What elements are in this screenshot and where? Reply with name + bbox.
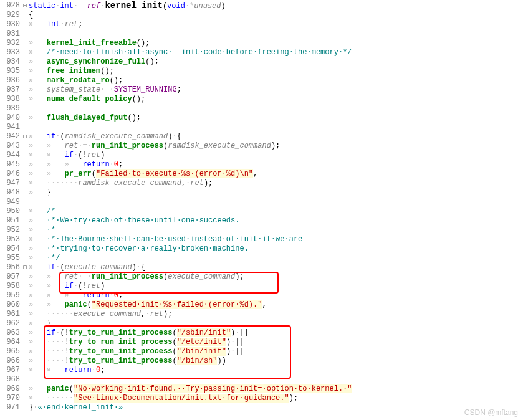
fold-marker <box>21 356 29 366</box>
code-content[interactable]: » ·*·trying·to·recover·a·really·broken·m… <box>29 244 523 254</box>
code-line[interactable]: 958» » if·(!ret) <box>0 282 523 291</box>
fold-marker <box>21 254 29 263</box>
fold-marker[interactable]: ⊟ <box>21 132 29 141</box>
code-line[interactable]: 970» ······"See·Linux·Documentation/init… <box>0 394 523 403</box>
code-line[interactable]: 936» mark_rodata_ro(); <box>0 76 523 85</box>
code-content[interactable]: » int·ret; <box>29 20 523 29</box>
code-line[interactable]: 962» } <box>0 319 523 328</box>
code-content[interactable]: » » » return·0; <box>29 291 523 300</box>
code-content[interactable]: » » ret·=·run_init_process(execute_comma… <box>29 272 523 282</box>
code-content[interactable]: }·«·end·kernel_init·» <box>29 403 523 413</box>
code-line[interactable]: 933» /*·need·to·finish·all·async·__init·… <box>0 48 523 57</box>
code-line[interactable]: 928⊟static·int·__ref·kernel_init(void·*u… <box>0 1 523 11</box>
code-line[interactable]: 951» ·*·We·try·each·of·these·until·one·s… <box>0 216 523 226</box>
code-line[interactable]: 938» numa_default_policy(); <box>0 95 523 104</box>
code-content[interactable]: » » » return·0; <box>29 160 523 169</box>
code-content[interactable]: » if·(!try_to_run_init_process("/sbin/in… <box>29 328 523 338</box>
code-line[interactable]: 941 <box>0 123 523 132</box>
code-content[interactable]: » » ret·=·run_init_process(ramdisk_execu… <box>29 141 523 151</box>
code-line[interactable]: 957» » ret·=·run_init_process(execute_co… <box>0 272 523 282</box>
code-line[interactable]: 946» » pr_err("Failed·to·execute·%s·(err… <box>0 169 523 179</box>
line-number: 970 <box>0 394 21 403</box>
code-line[interactable]: 948» } <box>0 188 523 198</box>
code-content[interactable] <box>29 29 523 39</box>
code-line[interactable]: 944» » if·(!ret) <box>0 151 523 160</box>
code-content[interactable]: » ······execute_command,·ret); <box>29 310 523 319</box>
code-line[interactable]: 954» ·*·trying·to·recover·a·really·broke… <box>0 244 523 254</box>
code-content[interactable]: » /*·need·to·finish·all·async·__init·cod… <box>29 48 523 57</box>
code-content[interactable]: » » pr_err("Failed·to·execute·%s·(error·… <box>29 169 523 179</box>
code-content[interactable]: { <box>29 11 523 20</box>
code-content[interactable]: » async_synchronize_full(); <box>29 57 523 67</box>
line-number: 941 <box>0 123 21 132</box>
code-line[interactable]: 934» async_synchronize_full(); <box>0 57 523 67</box>
code-content[interactable]: » » return·0; <box>29 366 523 375</box>
code-line[interactable]: 929{ <box>0 11 523 20</box>
code-content[interactable] <box>29 123 523 132</box>
code-line[interactable]: 945» » » return·0; <box>0 160 523 169</box>
code-content[interactable]: » ·*/ <box>29 254 523 263</box>
code-content[interactable]: » flush_delayed_fput(); <box>29 113 523 123</box>
code-line[interactable]: 960» » panic("Requested·init·%s·failed·(… <box>0 300 523 310</box>
code-line[interactable]: 931 <box>0 29 523 39</box>
fold-marker[interactable]: ⊟ <box>21 1 29 11</box>
code-line[interactable]: 971}·«·end·kernel_init·» <box>0 403 523 413</box>
code-content[interactable]: » » panic("Requested·init·%s·failed·(err… <box>29 300 523 310</box>
code-line[interactable]: 963» if·(!try_to_run_init_process("/sbin… <box>0 328 523 338</box>
fold-marker[interactable]: ⊟ <box>21 263 29 272</box>
code-line[interactable]: 959» » » return·0; <box>0 291 523 300</box>
code-line[interactable]: 943» » ret·=·run_init_process(ramdisk_ex… <box>0 141 523 151</box>
line-number: 965 <box>0 347 21 356</box>
code-content[interactable]: » /* <box>29 207 523 216</box>
code-content[interactable]: » } <box>29 188 523 198</box>
code-line[interactable]: 937» system_state·=·SYSTEM_RUNNING; <box>0 85 523 95</box>
code-content[interactable]: » free_initmem(); <box>29 67 523 76</box>
code-content[interactable] <box>29 375 523 384</box>
code-line[interactable]: 956⊟» if·(execute_command)·{ <box>0 263 523 272</box>
code-line[interactable]: 947» ·······ramdisk_execute_command,·ret… <box>0 179 523 188</box>
code-line[interactable]: 950» /* <box>0 207 523 216</box>
code-line[interactable]: 968 <box>0 375 523 384</box>
code-editor[interactable]: 928⊟static·int·__ref·kernel_init(void·*u… <box>0 0 523 414</box>
code-content[interactable]: » ····!try_to_run_init_process("/etc/ini… <box>29 338 523 347</box>
code-line[interactable]: 949 <box>0 198 523 207</box>
code-content[interactable] <box>29 104 523 113</box>
code-content[interactable]: » ·······ramdisk_execute_command,·ret); <box>29 179 523 188</box>
code-line[interactable]: 964» ····!try_to_run_init_process("/etc/… <box>0 338 523 347</box>
code-content[interactable]: » mark_rodata_ro(); <box>29 76 523 85</box>
code-content[interactable]: » ······"See·Linux·Documentation/init.tx… <box>29 394 523 403</box>
code-content[interactable] <box>29 198 523 207</box>
code-line[interactable]: 969» panic("No·working·init·found.··Try·… <box>0 384 523 394</box>
code-line[interactable]: 930» int·ret; <box>0 20 523 29</box>
code-content[interactable]: » ····!try_to_run_init_process("/bin/ini… <box>29 347 523 356</box>
code-content[interactable]: » panic("No·working·init·found.··Try·pas… <box>29 384 523 394</box>
code-content[interactable]: » numa_default_policy(); <box>29 95 523 104</box>
code-line[interactable]: 955» ·*/ <box>0 254 523 263</box>
code-content[interactable]: » » if·(!ret) <box>29 151 523 160</box>
code-line[interactable]: 942⊟» if·(ramdisk_execute_command)·{ <box>0 132 523 141</box>
code-content[interactable]: » if·(ramdisk_execute_command)·{ <box>29 132 523 141</box>
code-line[interactable]: 932» kernel_init_freeable(); <box>0 39 523 48</box>
code-content[interactable]: static·int·__ref·kernel_init(void·*unuse… <box>29 1 523 11</box>
code-content[interactable]: » ·* <box>29 226 523 235</box>
code-content[interactable]: » ····!try_to_run_init_process("/bin/sh"… <box>29 356 523 366</box>
code-line[interactable]: 953» ·*·The·Bourne·shell·can·be·used·ins… <box>0 235 523 244</box>
code-content[interactable]: » if·(execute_command)·{ <box>29 263 523 272</box>
code-content[interactable]: » kernel_init_freeable(); <box>29 39 523 48</box>
code-content[interactable]: » ·*·We·try·each·of·these·until·one·succ… <box>29 216 523 226</box>
code-content[interactable]: » » if·(!ret) <box>29 282 523 291</box>
code-line[interactable]: 966» ····!try_to_run_init_process("/bin/… <box>0 356 523 366</box>
code-content[interactable]: » ·*·The·Bourne·shell·can·be·used·instea… <box>29 235 523 244</box>
code-content[interactable]: » system_state·=·SYSTEM_RUNNING; <box>29 85 523 95</box>
code-line[interactable]: 935» free_initmem(); <box>0 67 523 76</box>
line-number: 939 <box>0 104 21 113</box>
fold-marker <box>21 39 29 48</box>
line-number: 928 <box>0 1 21 11</box>
code-line[interactable]: 939 <box>0 104 523 113</box>
code-line[interactable]: 961» ······execute_command,·ret); <box>0 310 523 319</box>
code-line[interactable]: 965» ····!try_to_run_init_process("/bin/… <box>0 347 523 356</box>
code-line[interactable]: 940» flush_delayed_fput(); <box>0 113 523 123</box>
code-content[interactable]: » } <box>29 319 523 328</box>
code-line[interactable]: 967» » return·0; <box>0 366 523 375</box>
code-line[interactable]: 952» ·* <box>0 226 523 235</box>
